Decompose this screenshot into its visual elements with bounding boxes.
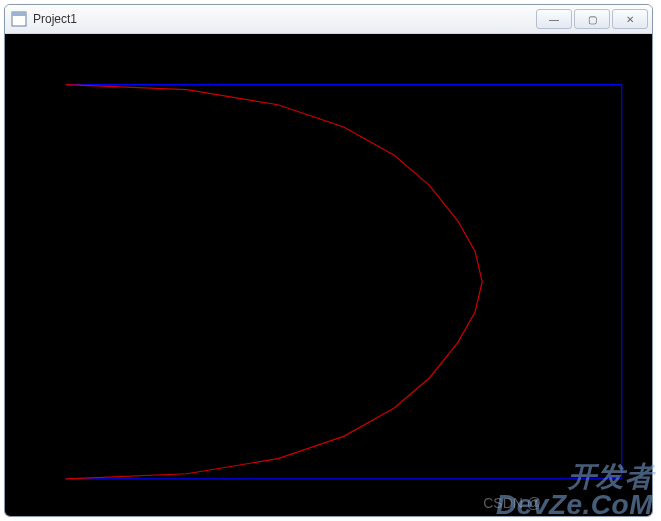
- close-icon: ✕: [626, 14, 634, 25]
- app-window: Project1 — ▢ ✕: [4, 4, 653, 517]
- plot-canvas: [5, 34, 652, 517]
- client-area: [5, 34, 652, 516]
- window-title: Project1: [33, 12, 534, 26]
- series-parabola-curve: [66, 85, 483, 479]
- maximize-icon: ▢: [588, 14, 597, 25]
- app-icon: [11, 11, 27, 27]
- maximize-button[interactable]: ▢: [574, 9, 610, 29]
- minimize-icon: —: [549, 14, 559, 25]
- close-button[interactable]: ✕: [612, 9, 648, 29]
- minimize-button[interactable]: —: [536, 9, 572, 29]
- window-buttons: — ▢ ✕: [534, 9, 648, 29]
- titlebar[interactable]: Project1 — ▢ ✕: [5, 5, 652, 34]
- series-rectangle-frame: [66, 85, 622, 479]
- svg-rect-1: [12, 12, 26, 16]
